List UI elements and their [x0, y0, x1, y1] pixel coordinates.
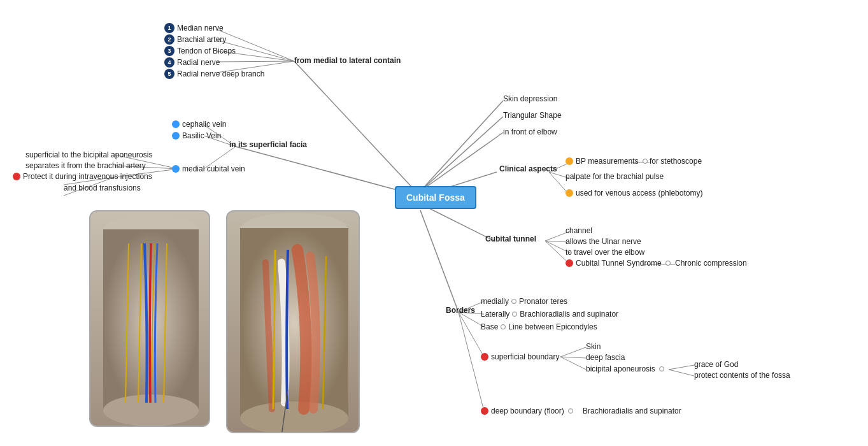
medial-cubital-vein-text: medial cubital vein: [182, 164, 245, 173]
channel-text: channel: [566, 226, 592, 235]
grace-of-god-text: grace of God: [694, 360, 738, 369]
svg-line-33: [459, 312, 484, 357]
item-grace-of-god: grace of God: [694, 360, 738, 369]
cubital-tunnel-label: Cubital tunnel: [485, 234, 536, 243]
cubital-syndrome-text: Cubital Tunnel Syndrome: [576, 259, 662, 268]
deep-fascia-text: deep fascia: [586, 353, 625, 362]
brachioradialis-text: Brachioradialis and supinator: [520, 310, 618, 319]
num-3: 3: [164, 46, 174, 56]
item-median-nerve: 1 Median nerve: [164, 23, 224, 33]
small-circle-deep: [568, 408, 573, 414]
red-dot-deep: [481, 407, 488, 415]
item-cephalic-vein: cephalic vein: [172, 120, 226, 129]
item-skin: Skin: [586, 342, 601, 351]
line-epicondyles-text: Line between Epicondyles: [508, 322, 597, 331]
deep-brachioradialis-text: Brachioradialis and supinator: [583, 406, 681, 415]
svg-line-34: [459, 312, 484, 411]
item-protect-contents: protect contents of the fossa: [694, 371, 790, 380]
small-circle-bicipital: [659, 366, 664, 371]
svg-line-36: [560, 357, 586, 358]
blue-dot-cephalic: [172, 120, 180, 128]
svg-line-4: [420, 133, 503, 191]
radial-nerve-deep-text: Radial nerve deep branch: [177, 69, 264, 78]
item-triangular-shape: Triangular Shape: [503, 111, 562, 120]
item-bp-measurements: BP measurements: [566, 157, 648, 166]
num-5: 5: [164, 69, 174, 79]
small-circle-medially: [511, 299, 516, 304]
item-cubital-tunnel-syndrome: Cubital Tunnel Syndrome: [566, 259, 671, 268]
svg-line-7: [420, 210, 459, 312]
num-2: 2: [164, 34, 174, 45]
svg-line-2: [420, 101, 503, 191]
item-radial-nerve: 4 Radial nerve: [164, 57, 220, 68]
base-text: Base: [481, 322, 498, 331]
central-node: Cubital Fossa: [395, 186, 476, 209]
svg-line-3: [420, 117, 503, 191]
central-node-label: Cubital Fossa: [406, 192, 465, 203]
borders-text: Borders: [446, 306, 475, 315]
svg-line-35: [560, 347, 586, 357]
orange-dot-venous: [566, 189, 573, 197]
item-palpate-brachial: palpate for the brachial pulse: [566, 172, 664, 181]
item-blood-transfusions: and blood transfusions: [64, 183, 141, 192]
from-medial-lateral-text: from medial to lateral contain: [294, 56, 401, 65]
triangular-shape-text: Triangular Shape: [503, 111, 562, 120]
small-circle-bp: [643, 159, 648, 164]
clinical-aspects-text: Clinical aspects: [499, 164, 557, 173]
svg-line-8: [217, 29, 294, 61]
skin-depression-text: Skin depression: [503, 94, 557, 103]
anatomy-image-right: [226, 210, 360, 433]
mindmap-container: Cubital Fossa from medial to lateral con…: [0, 0, 868, 446]
item-superficial-boundary: superficial boundary: [481, 352, 559, 361]
svg-line-37: [560, 357, 586, 370]
palpate-brachial-text: palpate for the brachial pulse: [566, 172, 664, 181]
travel-elbow-text: to travel over the elbow: [566, 248, 644, 257]
allows-ulnar-text: allows the Ulnar nerve: [566, 237, 641, 246]
from-medial-lateral-label: from medial to lateral contain: [294, 56, 401, 65]
anatomy-image-left: [89, 210, 210, 427]
in-front-elbow-text: in front of elbow: [503, 127, 557, 136]
num-4: 4: [164, 57, 174, 68]
protect-contents-text: protect contents of the fossa: [694, 371, 790, 380]
cubital-tunnel-text: Cubital tunnel: [485, 234, 536, 243]
skin-text: Skin: [586, 342, 601, 351]
tendon-biceps-text: Tendon of Biceps: [177, 47, 236, 55]
svg-line-1: [236, 147, 420, 196]
basilic-vein-text: Basilic Vein: [182, 131, 221, 140]
pronator-teres-text: Pronator teres: [519, 297, 567, 306]
small-circle-laterally: [512, 312, 517, 317]
item-deep-boundary: deep boundary (floor): [481, 406, 573, 415]
brachial-artery-text: Brachial artery: [177, 35, 226, 44]
svg-line-11: [217, 61, 294, 62]
clinical-aspects-label: Clinical aspects: [499, 164, 557, 173]
svg-line-38: [669, 365, 694, 370]
small-circle-base: [501, 324, 506, 329]
blue-dot-medial: [172, 165, 180, 173]
medially-text: medially: [481, 297, 509, 306]
item-medially-pronator: medially Pronator teres: [481, 297, 567, 306]
chronic-compression-text: Chronic compression: [675, 259, 747, 268]
item-deep-brachioradialis: Brachioradialis and supinator: [583, 406, 681, 415]
svg-line-6: [420, 204, 494, 241]
item-for-stethoscope: for stethoscope: [650, 157, 702, 166]
item-laterally-brachioradialis: Laterally Brachioradialis and supinator: [481, 310, 618, 319]
superficial-boundary-text: superficial boundary: [491, 352, 559, 361]
blue-dot-basilic: [172, 132, 180, 140]
item-skin-depression: Skin depression: [503, 94, 557, 103]
item-chronic-compression: Chronic compression: [675, 259, 747, 268]
item-medial-cubital-vein: medial cubital vein: [172, 164, 245, 173]
borders-label: Borders: [446, 306, 475, 315]
deep-boundary-text: deep boundary (floor): [491, 406, 564, 415]
item-channel: channel: [566, 226, 592, 235]
bicipital-aponeurosis-text: bicipital aponeurosis: [586, 364, 655, 373]
red-dot-protect: [13, 173, 20, 180]
item-base-epicondyles: Base Line between Epicondyles: [481, 322, 597, 331]
item-brachial-artery: 2 Brachial artery: [164, 34, 226, 45]
item-tendon-biceps: 3 Tendon of Biceps: [164, 46, 236, 56]
separates-brachial-text: separates it from the brachial artery: [25, 161, 146, 170]
for-stethoscope-text: for stethoscope: [650, 157, 702, 166]
item-radial-nerve-deep: 5 Radial nerve deep branch: [164, 69, 264, 79]
red-dot-cubital: [566, 259, 573, 267]
svg-line-0: [294, 61, 420, 196]
superficial-facia-text: in its superficial facia: [229, 140, 307, 149]
